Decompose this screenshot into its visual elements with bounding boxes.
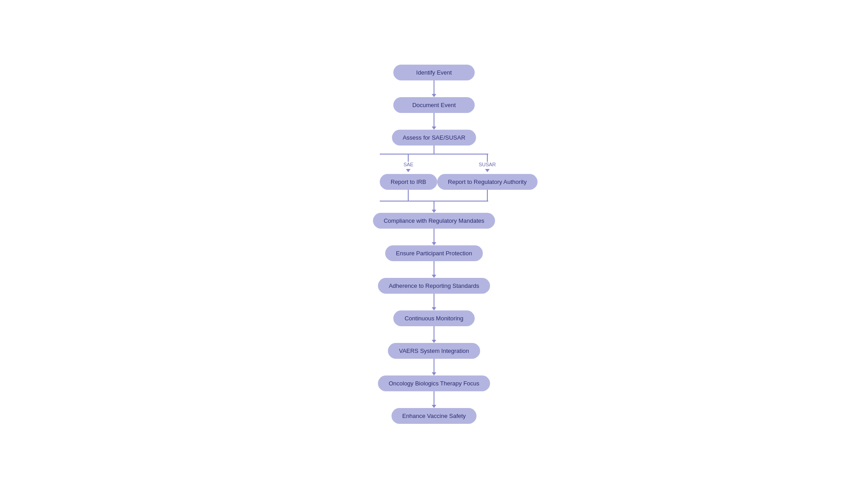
report-irb-node: Report to IRB	[380, 174, 437, 190]
document-event-node: Document Event	[393, 97, 475, 113]
vaers-node: VAERS System Integration	[388, 343, 480, 359]
connector-7	[432, 359, 436, 375]
continuous-monitoring-node: Continuous Monitoring	[393, 310, 475, 326]
connector-5	[432, 294, 436, 310]
report-regulatory-node: Report to Regulatory Authority	[437, 174, 538, 190]
sae-label: SAE	[403, 162, 413, 167]
compliance-node: Compliance with Regulatory Mandates	[373, 213, 495, 229]
enhance-node: Enhance Vaccine Safety	[392, 408, 477, 424]
connector-1	[432, 80, 436, 97]
participant-protection-node: Ensure Participant Protection	[385, 245, 483, 261]
connector-6	[432, 326, 436, 343]
adherence-node: Adherence to Reporting Standards	[378, 278, 490, 294]
oncology-node: Oncology Biologics Therapy Focus	[378, 375, 491, 391]
connector-8	[432, 391, 436, 408]
connector-2	[432, 113, 436, 130]
assess-node: Assess for SAE/SUSAR	[392, 130, 476, 145]
susar-label: SUSAR	[479, 162, 496, 167]
connector-3	[432, 229, 436, 245]
connector-4	[432, 261, 436, 278]
identify-event-node: Identify Event	[393, 65, 475, 80]
flowchart: Identify Event Document Event Assess for…	[321, 65, 547, 424]
